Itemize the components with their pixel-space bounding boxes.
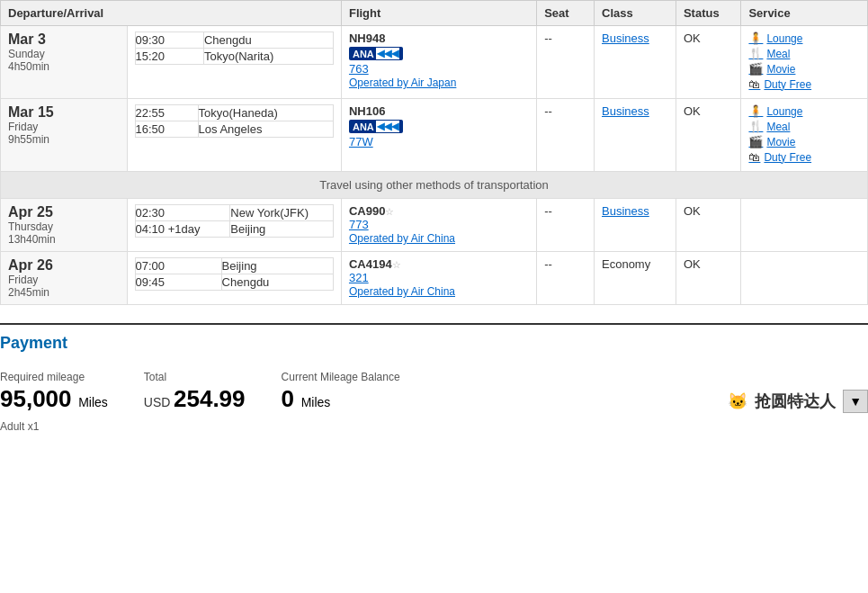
flight-row: Mar 15 Friday 9h55min 22:55 Tokyo(Haneda… [1, 99, 868, 172]
service-meal[interactable]: 🍴 Meal [748, 120, 860, 133]
mileage-value: 95,000 [0, 385, 72, 412]
airport-dep: Chengdu [203, 32, 333, 49]
logo-icon: 🐱 [728, 391, 747, 411]
service-movie[interactable]: 🎬 Movie [748, 62, 860, 76]
status-value: OK [684, 104, 701, 118]
aircraft-link[interactable]: 763 [349, 62, 369, 76]
service-lounge[interactable]: 🧍 Lounge [748, 31, 860, 45]
airport-arr: Los Angeles [198, 121, 333, 138]
departure-arrival-cell: 22:55 Tokyo(Haneda) 16:50 Los Angeles [127, 99, 341, 172]
time-arr: 09:45 [135, 274, 221, 291]
date-duration: 2h45min [8, 286, 120, 299]
meal-icon: 🍴 [748, 47, 763, 60]
date-day: Sunday [8, 48, 120, 60]
payment-section: Payment Required mileage 95,000 Miles To… [0, 323, 868, 433]
time-arr: 15:20 [135, 49, 203, 65]
flight-cell: CA990☆773Operated by Air China [341, 199, 536, 252]
flight-cell: NH948ANA◀◀◀763Operated by Air Japan [341, 26, 536, 99]
operated-link[interactable]: Operated by Air China [349, 232, 455, 245]
total-label: Total [144, 371, 246, 383]
col-departure-arrival: Departure/Arrival [1, 1, 342, 26]
service-lounge[interactable]: 🧍 Lounge [748, 104, 860, 118]
date-main: Mar 3 [8, 31, 120, 48]
total-value: 254.99 [174, 385, 246, 412]
balance-value-row: 0 Miles [282, 385, 400, 413]
seat-cell: -- [537, 26, 595, 99]
balance-value: 0 [282, 385, 294, 412]
movie-icon: 🎬 [748, 62, 763, 76]
movie-icon: 🎬 [748, 135, 763, 148]
payment-right: 🐱 抢圆特达人 ▼ [728, 390, 868, 413]
date-duration: 13h40min [8, 233, 120, 246]
class-link[interactable]: Business [602, 104, 649, 118]
class-link[interactable]: Business [602, 31, 649, 45]
status-value: OK [684, 31, 701, 45]
class-link[interactable]: Business [602, 204, 649, 218]
service-label: Duty Free [764, 78, 811, 91]
dropdown-button[interactable]: ▼ [843, 390, 868, 413]
aircraft-link[interactable]: 321 [349, 271, 369, 284]
star-icon: ☆ [392, 259, 401, 270]
payment-row: Required mileage 95,000 Miles Total USD … [0, 364, 868, 420]
status-cell: OK [676, 26, 740, 99]
service-cell [741, 199, 868, 252]
balance-block: Current Mileage Balance 0 Miles [282, 371, 400, 413]
adult-label: Adult x1 [0, 420, 868, 433]
seat-value: -- [544, 257, 552, 271]
mileage-unit: Miles [78, 395, 108, 409]
service-meal[interactable]: 🍴 Meal [748, 47, 860, 60]
service-cell: 🧍 Lounge 🍴 Meal 🎬 Movie 🛍 Duty Free [741, 99, 868, 172]
time-arr: 04:10 +1day [135, 221, 230, 238]
operated-link[interactable]: Operated by Air Japan [349, 76, 456, 89]
aircraft-link[interactable]: 77W [349, 135, 373, 148]
service-dutyfree[interactable]: 🛍 Duty Free [748, 77, 860, 91]
class-cell: Business [595, 99, 676, 172]
date-day: Thursday [8, 220, 120, 233]
dutyfree-icon: 🛍 [748, 77, 760, 91]
service-movie[interactable]: 🎬 Movie [748, 135, 860, 148]
mileage-label: Required mileage [0, 371, 108, 383]
col-service: Service [741, 1, 868, 26]
mileage-value-row: 95,000 Miles [0, 385, 108, 413]
service-label: Lounge [766, 105, 802, 118]
col-seat: Seat [537, 1, 595, 26]
flight-number: CA990☆ [349, 204, 529, 218]
operated-link[interactable]: Operated by Air China [349, 285, 455, 298]
flight-number: CA4194☆ [349, 257, 529, 271]
ana-logo: ANA◀◀◀ [349, 120, 403, 133]
aircraft-link[interactable]: 773 [349, 218, 369, 231]
logo-text: 抢圆特达人 [755, 391, 836, 412]
seat-value: -- [544, 31, 552, 45]
seat-cell: -- [537, 99, 595, 172]
flight-row: Apr 26 Friday 2h45min 07:00 Beijing 09:4… [1, 252, 868, 305]
class-value: Economy [602, 257, 650, 271]
class-cell: Economy [595, 252, 676, 305]
status-cell: OK [676, 99, 740, 172]
flight-row: Mar 3 Sunday 4h50min 09:30 Chengdu 15:20… [1, 26, 868, 99]
status-value: OK [684, 257, 701, 271]
balance-unit: Miles [301, 395, 331, 409]
departure-arrival-cell: 02:30 New York(JFK) 04:10 +1day Beijing [127, 199, 341, 252]
total-block: Total USD 254.99 [144, 371, 246, 413]
date-cell: Mar 3 Sunday 4h50min [1, 26, 128, 99]
service-dutyfree[interactable]: 🛍 Duty Free [748, 150, 860, 164]
time-arr: 16:50 [135, 121, 198, 138]
total-value-row: USD 254.99 [144, 385, 246, 413]
ana-logo: ANA◀◀◀ [349, 47, 403, 60]
col-flight: Flight [341, 1, 536, 26]
date-cell: Mar 15 Friday 9h55min [1, 99, 128, 172]
date-cell: Apr 26 Friday 2h45min [1, 252, 128, 305]
separator-row: Travel using other methods of transporta… [1, 172, 868, 199]
flight-number: NH106 [349, 104, 529, 118]
airport-dep: Tokyo(Haneda) [198, 105, 333, 121]
service-cell [741, 252, 868, 305]
seat-cell: -- [537, 199, 595, 252]
dutyfree-icon: 🛍 [748, 150, 760, 164]
payment-title: Payment [0, 334, 868, 353]
class-cell: Business [595, 199, 676, 252]
lounge-icon: 🧍 [748, 104, 763, 118]
date-duration: 9h55min [8, 133, 120, 146]
departure-arrival-cell: 07:00 Beijing 09:45 Chengdu [127, 252, 341, 305]
date-day: Friday [8, 121, 120, 133]
date-main: Apr 26 [8, 257, 120, 274]
